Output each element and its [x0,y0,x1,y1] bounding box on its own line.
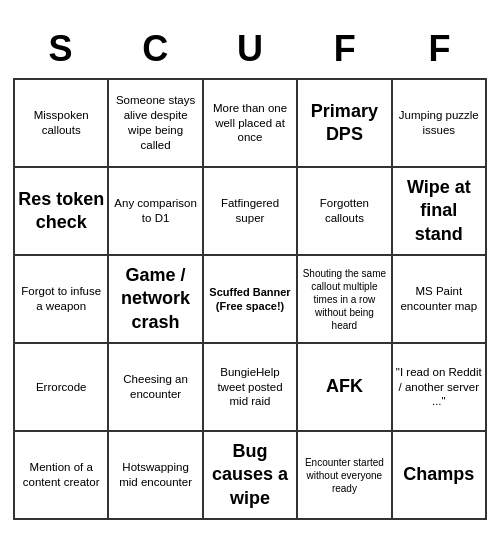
header-letter: F [297,24,392,74]
bingo-cell[interactable]: Fatfingered super [204,168,298,256]
header-letter: F [392,24,487,74]
bingo-cell[interactable]: Shouting the same callout multiple times… [298,256,392,344]
bingo-cell[interactable]: Wipe at final stand [393,168,487,256]
bingo-cell[interactable]: "I read on Reddit / another server ..." [393,344,487,432]
bingo-cell[interactable]: Forgot to infuse a weapon [15,256,109,344]
bingo-cell[interactable]: Errorcode [15,344,109,432]
bingo-cell[interactable]: Hotswapping mid encounter [109,432,203,520]
bingo-cell[interactable]: MS Paint encounter map [393,256,487,344]
bingo-card: SCUFF Misspoken calloutsSomeone stays al… [5,16,495,528]
bingo-cell[interactable]: BungieHelp tweet posted mid raid [204,344,298,432]
bingo-cell[interactable]: More than one well placed at once [204,80,298,168]
bingo-cell[interactable]: AFK [298,344,392,432]
bingo-header: SCUFF [13,24,487,74]
bingo-cell[interactable]: Misspoken callouts [15,80,109,168]
bingo-cell[interactable]: Jumping puzzle issues [393,80,487,168]
bingo-grid: Misspoken calloutsSomeone stays alive de… [13,78,487,520]
bingo-cell[interactable]: Game / network crash [109,256,203,344]
bingo-cell[interactable]: Res token check [15,168,109,256]
header-letter: C [108,24,203,74]
bingo-cell[interactable]: Forgotten callouts [298,168,392,256]
bingo-cell[interactable]: Any comparison to D1 [109,168,203,256]
header-letter: U [203,24,298,74]
header-letter: S [13,24,108,74]
bingo-cell[interactable]: Mention of a content creator [15,432,109,520]
bingo-cell[interactable]: Primary DPS [298,80,392,168]
bingo-cell[interactable]: Champs [393,432,487,520]
bingo-cell[interactable]: Cheesing an encounter [109,344,203,432]
bingo-cell[interactable]: Encounter started without everyone ready [298,432,392,520]
bingo-cell[interactable]: Scuffed Banner (Free space!) [204,256,298,344]
bingo-cell[interactable]: Someone stays alive despite wipe being c… [109,80,203,168]
bingo-cell[interactable]: Bug causes a wipe [204,432,298,520]
